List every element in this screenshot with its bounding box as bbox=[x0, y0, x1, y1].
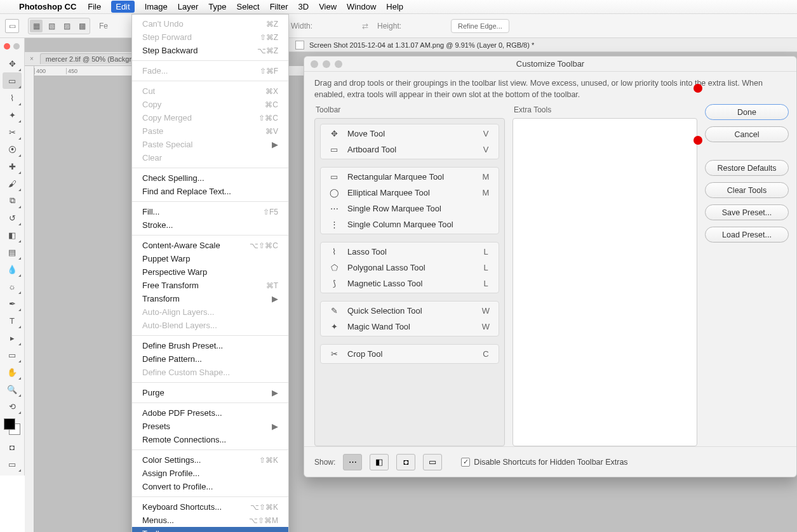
menubar-item-edit[interactable]: Edit bbox=[111, 1, 134, 13]
menubar-item-select[interactable]: Select bbox=[236, 2, 259, 11]
tool-row[interactable]: ▭Artboard ToolV bbox=[321, 142, 499, 157]
edit-menu-item[interactable]: Transform▶ bbox=[132, 292, 288, 305]
tool-row[interactable]: ⟆Magnetic Lasso ToolL bbox=[321, 276, 499, 291]
tool-gradient-icon[interactable]: ▤ bbox=[3, 244, 22, 260]
new-selection-icon[interactable]: ▦ bbox=[30, 20, 43, 32]
tool-brush-icon[interactable]: 🖌 bbox=[3, 175, 22, 192]
tool-group[interactable]: ✂Crop ToolC bbox=[320, 344, 499, 364]
intersect-selection-icon[interactable]: ▩ bbox=[76, 20, 88, 32]
tool-group[interactable]: ✥Move ToolV▭Artboard ToolV bbox=[320, 124, 499, 159]
tool-row[interactable]: ⋯Single Row Marquee Tool bbox=[321, 201, 499, 216]
quickmask-icon[interactable]: ◘ bbox=[3, 439, 22, 455]
swap-wh-icon[interactable]: ⇄ bbox=[362, 22, 368, 30]
tool-eyedropper-icon[interactable]: ⦿ bbox=[3, 141, 22, 157]
edit-menu-item[interactable]: Content-Aware Scale⌥⇧⌘C bbox=[132, 239, 288, 252]
show-fg-bg-icon[interactable]: ◧ bbox=[370, 454, 389, 470]
edit-menu-item[interactable]: Assign Profile... bbox=[132, 467, 288, 480]
app-name[interactable]: Photoshop CC bbox=[19, 2, 76, 11]
clear-tools-button[interactable]: Clear Tools bbox=[705, 182, 789, 198]
edit-menu-item[interactable]: Fill...⇧F5 bbox=[132, 205, 288, 218]
edit-menu-item[interactable]: Adobe PDF Presets... bbox=[132, 406, 288, 420]
tool-motion-icon[interactable]: ⟲ bbox=[3, 398, 22, 415]
edit-menu-item[interactable]: Check Spelling... bbox=[132, 171, 288, 185]
tool-pen-icon[interactable]: ✒ bbox=[3, 295, 22, 312]
window-min-icon[interactable] bbox=[13, 43, 20, 50]
add-selection-icon[interactable]: ▧ bbox=[45, 20, 58, 32]
tool-clone-icon[interactable]: ⧉ bbox=[3, 192, 22, 209]
show-quickmask-icon[interactable]: ◘ bbox=[396, 454, 415, 470]
tool-row[interactable]: ✎Quick Selection ToolW bbox=[321, 303, 499, 319]
edit-menu-item[interactable]: Free Transform⌘T bbox=[132, 279, 288, 292]
show-screenmode-icon[interactable]: ▭ bbox=[423, 454, 442, 470]
edit-menu-item[interactable]: Define Brush Preset... bbox=[132, 339, 288, 352]
screenmode-icon[interactable]: ▭ bbox=[3, 456, 22, 472]
menubar-item-3d[interactable]: 3D bbox=[298, 2, 309, 11]
tool-zoom-icon[interactable]: 🔍 bbox=[3, 381, 22, 397]
done-button[interactable]: Done bbox=[705, 104, 789, 120]
edit-menu-item[interactable]: Remote Connections... bbox=[132, 433, 288, 446]
color-swatch[interactable] bbox=[4, 418, 20, 435]
edit-menu-item[interactable]: Step Backward⌥⌘Z bbox=[132, 44, 288, 57]
tool-eraser-icon[interactable]: ◧ bbox=[3, 227, 22, 243]
edit-menu-item[interactable]: Color Settings...⇧⌘K bbox=[132, 453, 288, 467]
tool-healing-icon[interactable]: ✚ bbox=[3, 158, 22, 175]
checkbox-icon[interactable]: ✓ bbox=[461, 458, 470, 467]
refine-edge-button[interactable]: Refine Edge... bbox=[451, 19, 509, 33]
edit-menu-item[interactable]: Convert to Profile... bbox=[132, 480, 288, 493]
tool-group[interactable]: ⌇Lasso ToolL⬠Polygonal Lasso ToolL⟆Magne… bbox=[320, 242, 499, 293]
tool-row[interactable]: ⋮Single Column Marquee Tool bbox=[321, 216, 499, 232]
edit-menu-item[interactable]: Purge▶ bbox=[132, 386, 288, 399]
tool-row[interactable]: ✥Move ToolV bbox=[321, 126, 499, 142]
tool-rectangle-icon[interactable]: ▭ bbox=[3, 347, 22, 363]
tool-group[interactable]: ▭Rectangular Marquee ToolM◯Elliptical Ma… bbox=[320, 167, 499, 234]
disable-shortcuts-checkbox[interactable]: ✓ Disable Shortcuts for Hidden Toolbar E… bbox=[461, 458, 627, 467]
restore-defaults-button[interactable]: Restore Defaults bbox=[705, 160, 789, 176]
tool-row[interactable]: ⌇Lasso ToolL bbox=[321, 244, 499, 260]
edit-menu-item[interactable]: Perspective Warp bbox=[132, 265, 288, 279]
tool-crop-icon[interactable]: ✂ bbox=[3, 124, 22, 140]
show-extras-icon[interactable]: ⋯ bbox=[343, 454, 362, 470]
menubar-item-window[interactable]: Window bbox=[347, 2, 376, 11]
tool-lasso-icon[interactable]: ⌇ bbox=[3, 90, 22, 106]
edit-menu-item[interactable]: Toolbar... bbox=[132, 527, 288, 532]
menubar-item-help[interactable]: Help bbox=[386, 2, 403, 11]
tool-history-icon[interactable]: ↺ bbox=[3, 209, 22, 226]
tool-type-icon[interactable]: T bbox=[3, 312, 22, 329]
edit-menu-item[interactable]: Stroke... bbox=[132, 218, 288, 232]
menubar-item-type[interactable]: Type bbox=[208, 2, 226, 11]
menubar-item-filter[interactable]: Filter bbox=[270, 2, 288, 11]
tool-group[interactable]: ✎Quick Selection ToolW✦Magic Wand ToolW bbox=[320, 301, 499, 336]
tab-close-icon[interactable]: × bbox=[30, 55, 34, 62]
tool-row[interactable]: ✦Magic Wand ToolW bbox=[321, 319, 499, 335]
fg-color-icon[interactable] bbox=[4, 418, 15, 430]
tool-hand-icon[interactable]: ✋ bbox=[3, 364, 22, 380]
tool-path-sel-icon[interactable]: ▸ bbox=[3, 329, 22, 346]
tool-preset-icon[interactable]: ▭ bbox=[5, 19, 19, 33]
edit-menu-item[interactable]: Find and Replace Text... bbox=[132, 185, 288, 198]
edit-menu-item[interactable]: Define Pattern... bbox=[132, 352, 288, 366]
edit-menu-item[interactable]: Presets▶ bbox=[132, 420, 288, 433]
tool-row[interactable]: ▭Rectangular Marquee ToolM bbox=[321, 169, 499, 185]
edit-menu-item[interactable]: Keyboard Shortcuts...⌥⇧⌘K bbox=[132, 500, 288, 514]
tool-blur-icon[interactable]: 💧 bbox=[3, 261, 22, 277]
subtract-selection-icon[interactable]: ▨ bbox=[60, 20, 73, 32]
menubar-item-view[interactable]: View bbox=[319, 2, 337, 11]
tool-dodge-icon[interactable]: ☼ bbox=[3, 278, 22, 295]
edit-menu-item[interactable]: Puppet Warp bbox=[132, 252, 288, 265]
toolbar-list[interactable]: ✥Move ToolV▭Artboard ToolV▭Rectangular M… bbox=[314, 118, 505, 446]
edit-menu-item[interactable]: Menus...⌥⇧⌘M bbox=[132, 514, 288, 527]
menubar-item-file[interactable]: File bbox=[88, 2, 101, 11]
tool-magic-wand-icon[interactable]: ✦ bbox=[3, 107, 22, 123]
window-close-icon[interactable] bbox=[4, 43, 10, 50]
menubar-item-image[interactable]: Image bbox=[145, 2, 168, 11]
tool-row[interactable]: ⬠Polygonal Lasso ToolL bbox=[321, 260, 499, 276]
document-tab[interactable]: mercer 2.tif @ 50% (Backgrou bbox=[40, 53, 145, 64]
tool-rect-marquee-icon[interactable]: ▭ bbox=[3, 72, 22, 89]
cancel-button[interactable]: Cancel bbox=[705, 126, 789, 142]
extra-tools-list[interactable] bbox=[512, 118, 697, 446]
save-preset-button[interactable]: Save Preset... bbox=[705, 204, 789, 220]
tool-move-icon[interactable]: ✥ bbox=[3, 55, 22, 72]
tool-row[interactable]: ✂Crop ToolC bbox=[321, 346, 499, 362]
tool-row[interactable]: ◯Elliptical Marquee ToolM bbox=[321, 185, 499, 201]
load-preset-button[interactable]: Load Preset... bbox=[705, 227, 789, 243]
